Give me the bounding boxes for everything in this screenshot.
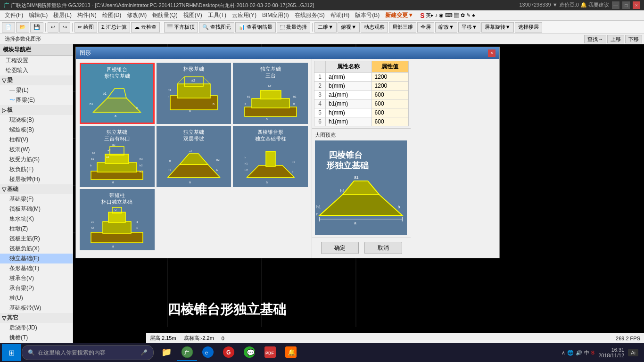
clock[interactable]: 16:31 2018/11/12 <box>598 347 624 358</box>
menu-floor[interactable]: 楼层(L) <box>50 10 74 20</box>
menu-component[interactable]: 构件(N) <box>74 10 99 20</box>
sidebar-category-beam[interactable]: ▽ 梁 <box>0 75 73 85</box>
menu-cloud[interactable]: 云应用(Y) <box>229 10 259 20</box>
sidebar-item-ring-beam[interactable]: 〜 圈梁(E) <box>0 95 73 105</box>
shape-cell-4[interactable]: 独立基础三台有杯口 a b b1 <box>80 126 155 187</box>
menu-modify[interactable]: 修改(M) <box>124 10 149 20</box>
toolbar-open[interactable]: 📂 <box>16 22 29 33</box>
sidebar-item-column-cap[interactable]: 柱帽(V) <box>0 135 73 145</box>
toolbar-zoom[interactable]: 缩放▼ <box>435 22 457 33</box>
toolbar-new[interactable]: 📄 <box>2 22 15 33</box>
shape-cell-6[interactable]: 四棱锥台形独立基础带柱 a b b1 h2 <box>233 126 308 187</box>
sidebar-item-column-pier[interactable]: 柱墩(Z) <box>0 224 73 234</box>
taskbar-app-extra[interactable]: 🔔 <box>281 344 301 361</box>
toolbar-2d[interactable]: 二维▼ <box>314 22 337 33</box>
sidebar-item-post-cast[interactable]: 后浇带(JD) <box>0 323 73 333</box>
menu-draw[interactable]: 绘图(D) <box>99 10 124 20</box>
sidebar-item-pile-cap[interactable]: 桩承台(V) <box>0 273 73 283</box>
sidebar-item-slab-rebar[interactable]: 板受力筋(S) <box>0 155 73 165</box>
menu-tools[interactable]: 工具(T) <box>205 10 229 20</box>
taskbar-app-pdf[interactable]: PDF <box>260 344 280 361</box>
toolbar-rotate[interactable]: 屏幕旋转▼ <box>481 22 514 33</box>
prop-table-row[interactable]: 6 h1(mm) 600 <box>314 117 409 126</box>
minimize-button[interactable]: — <box>612 1 619 9</box>
nav-search[interactable]: 查找→ <box>584 35 606 43</box>
taskbar-search[interactable]: 🔍 在这里输入你要搜索的内容 🎤 <box>22 345 154 360</box>
sidebar-item-strip-foundation[interactable]: 条形基础(T) <box>0 263 73 273</box>
prop-table-row[interactable]: 1 a(mm) 1200 <box>314 73 409 82</box>
sidebar-item-slab-neg[interactable]: 板负筋(F) <box>0 165 73 174</box>
taskbar-app-g[interactable]: G <box>219 344 239 361</box>
sidebar-item-raft-main[interactable]: 筏板主筋(R) <box>0 234 73 244</box>
menu-new-change[interactable]: 新建变更▼ <box>382 10 416 20</box>
toolbar-sum[interactable]: Σ 汇总计算 <box>98 22 130 33</box>
maximize-button[interactable]: □ <box>622 1 630 9</box>
toolbar-align-floor[interactable]: ▤ 平齐板顶 <box>164 22 198 33</box>
toolbar-view-rebar[interactable]: 📊 查看钢筋量 <box>235 22 276 33</box>
sidebar-item-cast-slab[interactable]: 现浇板(B) <box>0 115 73 125</box>
sidebar-item-sump[interactable]: 集水坑(K) <box>0 214 73 224</box>
taskbar-app-explorer[interactable]: 📁 <box>157 344 176 361</box>
toolbar-dynamic[interactable]: 动态观察 <box>361 22 388 33</box>
menu-bim[interactable]: BIM应用(I) <box>259 10 292 20</box>
sidebar-item-spiral-slab[interactable]: 螺旋板(B) <box>0 125 73 135</box>
sidebar-item-drawing-input[interactable]: 绘图输入 <box>0 66 73 75</box>
toolbar-pan[interactable]: 平移▼ <box>458 22 480 33</box>
prop-value[interactable]: 600 <box>372 108 408 117</box>
sidebar-item-canopy[interactable]: 挑檐(T) <box>0 333 73 343</box>
menu-online[interactable]: 在线服务(S) <box>292 10 328 20</box>
toolbar-cloud-check[interactable]: ☁ 云检查 <box>131 22 160 33</box>
toolbar-fullscreen[interactable]: 全屏 <box>417 22 434 33</box>
sidebar-item-foundation-beam[interactable]: 基础梁(F) <box>0 194 73 204</box>
shape-dialog[interactable]: 图形 × 四棱锥台形独立基础 <box>75 47 500 258</box>
menu-view[interactable]: 视图(V) <box>181 10 205 20</box>
sidebar-category-foundation[interactable]: ▽ 基础 <box>0 184 73 194</box>
shape-cell-1[interactable]: 四棱锥台形独立基础 a <box>80 63 155 124</box>
toolbar-find-element[interactable]: 🔍 查找图元 <box>199 22 234 33</box>
taskbar-app-ie[interactable]: e <box>198 344 218 361</box>
nav-down[interactable]: 下移 <box>625 35 642 43</box>
sidebar-item-isolated-foundation[interactable]: 独立基础(F) <box>0 254 73 263</box>
toolbar-batch-select[interactable]: ⬚ 批量选择 <box>277 22 310 33</box>
menu-rebar[interactable]: 钢筋量(Q) <box>149 10 180 20</box>
menu-edit[interactable]: 编辑(E) <box>26 10 50 20</box>
sidebar-item-raft[interactable]: 筏板基础(M) <box>0 204 73 214</box>
dialog-close-button[interactable]: × <box>488 49 495 57</box>
tray-arrow[interactable]: ∧ <box>561 350 565 356</box>
menu-file[interactable]: 文件(F) <box>2 10 26 20</box>
toolbar-redo[interactable]: ↪ <box>59 22 70 33</box>
close-button[interactable]: × <box>633 1 640 9</box>
toolbar-draw[interactable]: ✏ 绘图 <box>74 22 97 33</box>
sidebar-item-project-settings[interactable]: 工程设置 <box>0 56 73 66</box>
confirm-button[interactable]: 确定 <box>321 242 359 254</box>
sidebar-item-cap-beam[interactable]: 承台梁(P) <box>0 283 73 293</box>
prop-table-row[interactable]: 2 b(mm) 1200 <box>314 82 409 90</box>
taskbar-app-main[interactable]: 广 <box>177 344 197 361</box>
shape-cell-5[interactable]: 独立基础双层带坡 a a1 h h2 <box>157 126 231 187</box>
prop-value[interactable]: 600 <box>372 117 408 126</box>
shape-cell-7[interactable]: 带短柱杯口独立基础 a x2 x1 <box>80 189 155 250</box>
toolbar-undo[interactable]: ↩ <box>48 22 58 33</box>
menu-help[interactable]: 帮助(H) <box>328 10 353 20</box>
sidebar-item-foundation-band[interactable]: 基础板带(W) <box>0 303 73 313</box>
toolbar-local-3d[interactable]: 局部三维 <box>389 22 416 33</box>
sidebar-item-beam-l[interactable]: — 梁(L) <box>0 85 73 95</box>
start-button[interactable]: ⊞ <box>2 344 21 361</box>
prop-value[interactable]: 1200 <box>372 82 408 90</box>
prop-table-row[interactable]: 3 a1(mm) 600 <box>314 90 409 99</box>
sidebar-item-slab-hole[interactable]: 板洞(W) <box>0 145 73 155</box>
nav-up[interactable]: 上移 <box>607 35 624 43</box>
cancel-button[interactable]: 取消 <box>364 242 402 254</box>
taskbar-app-wechat[interactable]: 💬 <box>239 344 259 361</box>
canvas-area[interactable]: 纵向受力筋 横向受力筋 四棱锥台形独立基础 ——1200—— a 图形 × <box>73 44 644 343</box>
sidebar-item-floor-band[interactable]: 楼层板带(H) <box>0 174 73 184</box>
toolbar-select-floor[interactable]: 选择楼层 <box>515 22 542 33</box>
prop-table-row[interactable]: 5 h(mm) 600 <box>314 108 409 117</box>
sidebar-item-pile[interactable]: 桩(U) <box>0 293 73 303</box>
shape-cell-2[interactable]: 杯形基础 a b <box>157 63 231 124</box>
prop-value[interactable]: 600 <box>372 99 408 108</box>
menu-version[interactable]: 版本号(B) <box>352 10 382 20</box>
sidebar-category-other[interactable]: ▽ 其它 <box>0 313 73 323</box>
sidebar-category-slab[interactable]: ▷ 板 <box>0 105 73 115</box>
shape-cell-3[interactable]: 独立基础三台 a h h1 b <box>233 63 308 124</box>
